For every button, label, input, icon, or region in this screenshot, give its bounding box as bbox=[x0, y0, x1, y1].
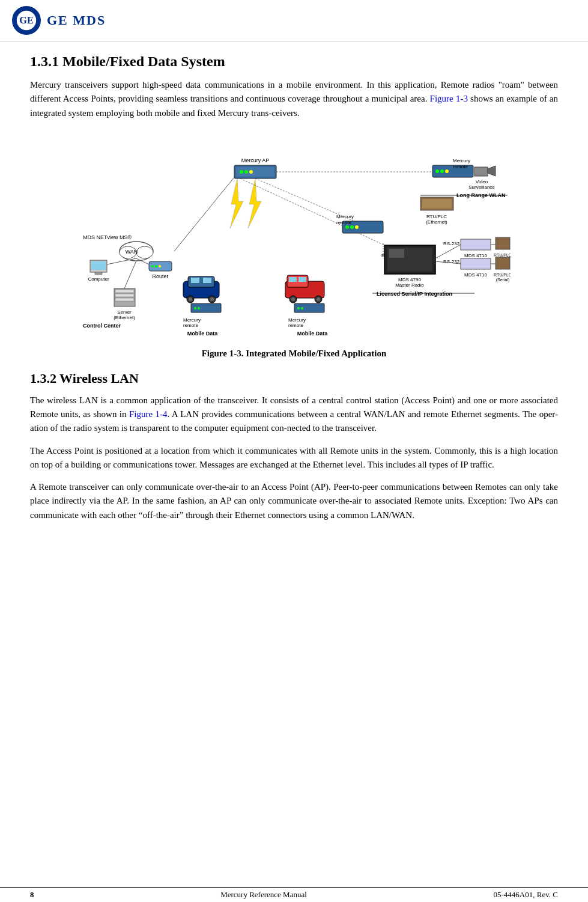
svg-point-99 bbox=[291, 297, 295, 301]
figure-1-3-link[interactable]: Figure 1-3 bbox=[430, 94, 468, 103]
page-header: GE GE MDS bbox=[0, 0, 588, 41]
svg-rect-70 bbox=[461, 258, 491, 269]
svg-text:Mobile Data: Mobile Data bbox=[297, 331, 328, 337]
section-1-3-1-title: 1.3.1 Mobile/Fixed Data System bbox=[30, 53, 558, 70]
svg-point-52 bbox=[345, 225, 349, 229]
svg-text:Mercury: Mercury bbox=[183, 317, 201, 323]
svg-text:RS-232: RS-232 bbox=[443, 241, 460, 246]
svg-point-36 bbox=[435, 169, 439, 173]
section-1-3-2-body2: The Access Point is positioned at a loca… bbox=[30, 444, 558, 472]
svg-text:(Ethernet): (Ethernet) bbox=[426, 219, 447, 225]
section-1-3-2-body3: A Remote transceiver can only communicat… bbox=[30, 480, 558, 522]
svg-text:remote: remote bbox=[183, 323, 198, 328]
svg-point-13 bbox=[151, 265, 154, 267]
section-1-3-2-body1: The wireless LAN is a common application… bbox=[30, 394, 558, 436]
svg-point-54 bbox=[355, 225, 359, 229]
svg-text:remote: remote bbox=[288, 323, 303, 328]
svg-text:Computer: Computer bbox=[88, 276, 109, 282]
svg-text:RTU/PLC: RTU/PLC bbox=[494, 273, 511, 277]
svg-text:Surveillance: Surveillance bbox=[468, 184, 495, 190]
svg-point-15 bbox=[159, 265, 161, 267]
svg-point-31 bbox=[249, 170, 253, 174]
svg-point-6 bbox=[136, 246, 153, 258]
svg-text:remote: remote bbox=[453, 164, 468, 169]
svg-rect-61 bbox=[389, 249, 404, 258]
svg-rect-20 bbox=[115, 298, 134, 301]
svg-point-106 bbox=[301, 307, 303, 309]
section-1-3-2-title: 1.3.2 Wireless LAN bbox=[30, 371, 558, 386]
svg-point-92 bbox=[198, 307, 200, 309]
main-content: 1.3.1 Mobile/Fixed Data System Mercury t… bbox=[0, 41, 588, 543]
svg-text:MDS 4710: MDS 4710 bbox=[464, 253, 487, 258]
svg-rect-9 bbox=[95, 272, 102, 275]
svg-rect-41 bbox=[474, 167, 488, 176]
svg-rect-19 bbox=[115, 294, 134, 297]
svg-text:Video: Video bbox=[475, 179, 488, 184]
svg-text:Mobile Data: Mobile Data bbox=[187, 331, 218, 337]
svg-point-87 bbox=[210, 297, 214, 301]
svg-point-37 bbox=[440, 169, 444, 173]
svg-point-91 bbox=[194, 307, 196, 309]
ge-logo: GE bbox=[12, 6, 41, 35]
svg-text:RTU/PLC: RTU/PLC bbox=[494, 253, 511, 257]
svg-rect-88 bbox=[191, 278, 199, 283]
footer-page-number: 8 bbox=[30, 890, 34, 900]
svg-text:Router: Router bbox=[152, 273, 168, 279]
svg-point-14 bbox=[155, 265, 157, 267]
footer-center-text: Mercury Reference Manual bbox=[220, 890, 307, 900]
figure-1-3-svg: MDS NETview MS® WAN Computer Router Serv… bbox=[78, 132, 511, 337]
svg-text:(Ethernet): (Ethernet) bbox=[114, 315, 135, 320]
svg-rect-68 bbox=[461, 239, 491, 250]
svg-text:WAN: WAN bbox=[125, 249, 138, 255]
figure-1-3-caption: Figure 1-3. Integrated Mobile/Fixed Appl… bbox=[30, 349, 558, 359]
svg-text:Mercury: Mercury bbox=[453, 158, 470, 163]
section-1-3-1-body1: Mercury transceivers support high-speed … bbox=[30, 78, 558, 120]
svg-point-38 bbox=[445, 169, 449, 173]
svg-text:RTU/PLC: RTU/PLC bbox=[426, 214, 446, 219]
svg-text:Licensed Serial/IP Integration: Licensed Serial/IP Integration bbox=[377, 291, 452, 297]
svg-point-30 bbox=[244, 170, 248, 174]
svg-rect-46 bbox=[422, 199, 452, 209]
svg-rect-89 bbox=[203, 278, 211, 283]
svg-text:MDS NETview MS®: MDS NETview MS® bbox=[83, 234, 132, 240]
svg-point-53 bbox=[350, 225, 354, 229]
svg-text:MDS 4790: MDS 4790 bbox=[398, 277, 421, 282]
svg-rect-102 bbox=[289, 277, 297, 282]
svg-text:Control Center: Control Center bbox=[83, 323, 121, 329]
svg-text:remote: remote bbox=[336, 220, 351, 225]
svg-rect-75 bbox=[496, 257, 510, 269]
svg-text:GE: GE bbox=[19, 15, 33, 26]
svg-rect-72 bbox=[496, 237, 510, 249]
footer-right-text: 05-4446A01, Rev. C bbox=[494, 890, 559, 900]
svg-text:Mercury: Mercury bbox=[288, 317, 306, 323]
svg-point-105 bbox=[297, 307, 300, 309]
svg-rect-103 bbox=[299, 277, 306, 282]
figure-1-3-container: MDS NETview MS® WAN Computer Router Serv… bbox=[78, 132, 511, 337]
page-footer: 8 Mercury Reference Manual 05-4446A01, R… bbox=[0, 887, 588, 902]
svg-point-85 bbox=[189, 297, 192, 301]
svg-point-101 bbox=[317, 297, 320, 301]
figure-1-4-link[interactable]: Figure 1-4 bbox=[129, 409, 168, 419]
svg-text:Mercury AP: Mercury AP bbox=[241, 157, 269, 163]
svg-text:Server: Server bbox=[117, 309, 132, 315]
svg-text:Master Radio: Master Radio bbox=[395, 282, 424, 288]
company-name: GE MDS bbox=[47, 13, 106, 28]
svg-text:MDS 4710: MDS 4710 bbox=[464, 272, 487, 278]
svg-rect-18 bbox=[115, 290, 134, 293]
svg-rect-10 bbox=[91, 261, 106, 270]
svg-text:(Serial): (Serial) bbox=[496, 278, 509, 282]
svg-point-29 bbox=[240, 170, 243, 174]
